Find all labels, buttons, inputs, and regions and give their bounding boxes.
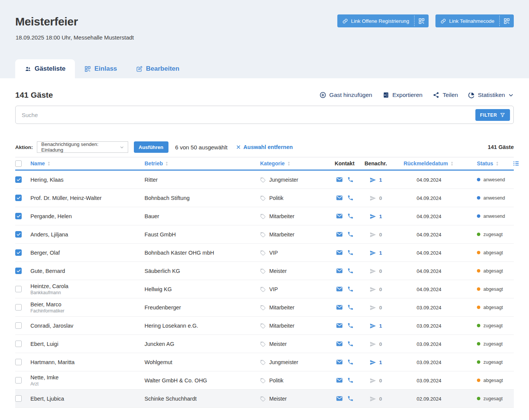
tab-edit[interactable]: Bearbeiten xyxy=(127,59,189,78)
table-row[interactable]: Ebert, Ljubica Schinke Schuchhardt Meist… xyxy=(15,390,514,408)
qr-code-icon[interactable] xyxy=(415,14,429,27)
add-guest-button[interactable]: Gast hinzufügen xyxy=(319,92,372,98)
mail-icon[interactable] xyxy=(336,340,343,347)
event-date-location: 18.09.2025 18:00 Uhr, Messehalle Musters… xyxy=(16,34,134,41)
execute-button[interactable]: Ausführen xyxy=(134,141,168,153)
row-checkbox[interactable] xyxy=(15,213,22,219)
phone-icon[interactable] xyxy=(347,322,354,329)
table-row[interactable]: Gute, Bernard Säuberlich KG Meister 0 xyxy=(15,262,514,280)
row-checkbox[interactable] xyxy=(15,341,22,347)
notification-cell[interactable]: 0 xyxy=(370,377,382,384)
phone-icon[interactable] xyxy=(347,249,354,256)
table-row[interactable]: Anders, Ljiljana Faust GmbH Mitarbeiter xyxy=(15,225,514,244)
guest-category: Meister xyxy=(269,341,287,347)
notification-cell[interactable]: 0 xyxy=(370,395,382,402)
table-row[interactable]: Ebert, Luigi Juncken AG Meister 0 xyxy=(15,335,514,353)
mail-icon[interactable] xyxy=(336,267,343,274)
notification-cell[interactable]: 1 xyxy=(370,249,382,256)
mail-icon[interactable] xyxy=(336,249,343,256)
row-checkbox[interactable] xyxy=(15,377,22,384)
search-input[interactable] xyxy=(16,106,513,124)
table-row[interactable]: Hartmann, Maritta Wohlgemut Jungmeister xyxy=(15,353,514,371)
table-row[interactable]: Prof. Dr. Müller, Heinz-Walter Bohnbach … xyxy=(15,189,514,207)
notification-cell[interactable]: 1 xyxy=(370,212,382,219)
status-label: anwesend xyxy=(483,195,505,201)
table-row[interactable]: Conradi, Jaroslav Hering Losekann e.G. M… xyxy=(15,317,514,335)
guest-category: Meister xyxy=(269,268,287,274)
phone-icon[interactable] xyxy=(347,195,354,201)
mail-icon[interactable] xyxy=(336,395,343,402)
response-date: 04.09.2024 xyxy=(416,268,441,274)
clear-selection-link[interactable]: Auswahl entfernen xyxy=(236,144,293,150)
phone-icon[interactable] xyxy=(347,341,354,347)
row-checkbox[interactable] xyxy=(15,176,22,183)
row-checkbox[interactable] xyxy=(15,286,22,292)
notification-cell[interactable]: 1 xyxy=(370,358,382,365)
share-button[interactable]: Teilen xyxy=(433,92,458,98)
link-participation-code-button[interactable]: Link Teilnahmecode xyxy=(435,14,514,27)
phone-icon[interactable] xyxy=(347,395,354,402)
close-icon xyxy=(236,145,241,149)
phone-icon[interactable] xyxy=(347,231,354,238)
column-header-status[interactable]: Status xyxy=(467,160,513,166)
table-row[interactable]: Heintze, Carola Bankkaufmann Hellwig KG … xyxy=(15,280,514,298)
table-row[interactable]: Berger, Olaf Bohnbach Käster OHG mbH VIP xyxy=(15,244,514,262)
export-button[interactable]: Exportieren xyxy=(383,92,423,98)
table-row[interactable]: Beier, Marco Fachinformatiker Freudenber… xyxy=(15,298,514,317)
mail-icon[interactable] xyxy=(336,304,343,311)
notification-cell[interactable]: 1 xyxy=(370,322,382,329)
column-header-kategorie[interactable]: Kategorie xyxy=(260,160,329,166)
mail-icon[interactable] xyxy=(336,212,343,220)
phone-icon[interactable] xyxy=(347,268,354,274)
row-checkbox[interactable] xyxy=(15,359,22,365)
table-row[interactable]: Hering, Klaas Ritter Jungmeister 1 xyxy=(15,171,514,189)
filter-button[interactable]: FILTER xyxy=(475,109,510,121)
mail-icon[interactable] xyxy=(336,231,343,238)
page-title: Meisterfeier xyxy=(15,15,78,28)
guest-category: Mitarbeiter xyxy=(269,231,294,238)
phone-icon[interactable] xyxy=(347,359,354,365)
response-date: 04.09.2024 xyxy=(416,232,441,238)
row-checkbox[interactable] xyxy=(15,304,22,311)
row-checkbox[interactable] xyxy=(15,249,22,256)
phone-icon[interactable] xyxy=(347,377,354,384)
action-select[interactable]: Benachrichtigung senden: Einladung xyxy=(37,141,128,153)
phone-icon[interactable] xyxy=(347,213,354,219)
notification-cell[interactable]: 0 xyxy=(370,304,382,311)
qr-code-icon[interactable] xyxy=(500,14,514,27)
row-checkbox[interactable] xyxy=(15,268,22,274)
tab-admission[interactable]: Einlass xyxy=(75,59,127,78)
link-open-registration-button[interactable]: Link Offene Registrierung xyxy=(337,14,429,27)
table-row[interactable]: Pergande, Helen Bauer Mitarbeiter 1 xyxy=(15,207,514,225)
row-checkbox[interactable] xyxy=(15,395,22,402)
column-header-name[interactable]: Name xyxy=(30,160,145,166)
mail-icon[interactable] xyxy=(336,194,343,201)
notification-cell[interactable]: 0 xyxy=(370,194,382,201)
column-header-betrieb[interactable]: Betrieb xyxy=(145,160,260,166)
notification-cell[interactable]: 1 xyxy=(370,176,382,183)
phone-icon[interactable] xyxy=(347,304,354,311)
notification-cell[interactable]: 0 xyxy=(370,267,382,274)
mail-icon[interactable] xyxy=(336,176,343,183)
row-checkbox[interactable] xyxy=(15,195,22,201)
guest-name: Heintze, Carola xyxy=(30,283,145,289)
select-all-checkbox[interactable] xyxy=(15,160,22,167)
tab-guest-list[interactable]: Gästeliste xyxy=(15,59,75,78)
send-plane-icon xyxy=(370,341,376,347)
column-settings-icon[interactable] xyxy=(513,160,519,167)
mail-icon[interactable] xyxy=(336,285,343,293)
row-checkbox[interactable] xyxy=(15,231,22,238)
mail-icon[interactable] xyxy=(336,322,343,329)
column-header-rueckmeldedatum[interactable]: Rückmeldedatum xyxy=(391,160,467,166)
notification-cell[interactable]: 0 xyxy=(370,340,382,347)
table-row[interactable]: Nette, Imke Arzt Walter GmbH & Co. OHG P… xyxy=(15,371,514,390)
notification-cell[interactable]: 0 xyxy=(370,285,382,292)
notification-cell[interactable]: 0 xyxy=(370,231,382,238)
statistics-button[interactable]: Statistiken xyxy=(468,92,514,98)
column-header-kontakt: Kontakt xyxy=(329,160,361,166)
mail-icon[interactable] xyxy=(336,358,343,366)
mail-icon[interactable] xyxy=(336,377,343,384)
phone-icon[interactable] xyxy=(347,176,354,183)
row-checkbox[interactable] xyxy=(15,322,22,329)
phone-icon[interactable] xyxy=(347,286,354,292)
